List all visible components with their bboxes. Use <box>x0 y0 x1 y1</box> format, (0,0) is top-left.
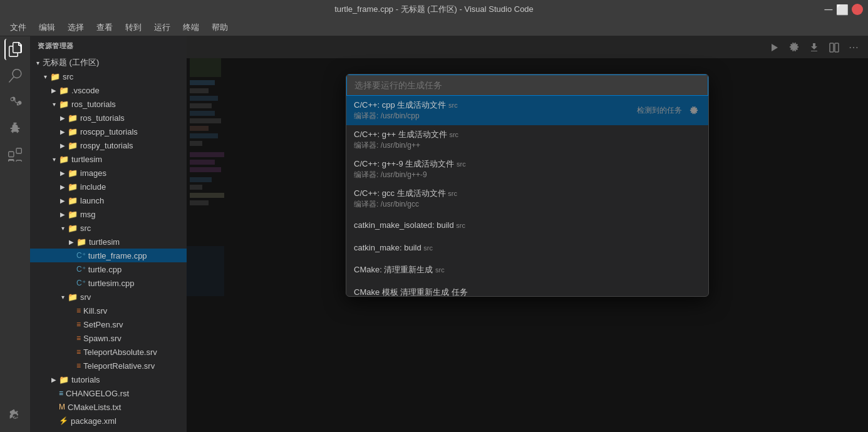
command-title-2: C/C++: g++-9 生成活动文件 src <box>354 158 466 170</box>
tree-label: Spawn.srv <box>83 334 121 343</box>
tree-item-src[interactable]: ▾ 📁 src <box>30 69 187 83</box>
tree-label: tutorials <box>71 375 100 384</box>
tree-item-kill[interactable]: ▶ ≡ Kill.srv <box>30 304 187 317</box>
tree-item-teleport-rel[interactable]: ▶ ≡ TeleportRelative.srv <box>30 359 187 373</box>
folder-icon: 📁 <box>68 210 78 219</box>
tree-label: Kill.srv <box>83 306 107 316</box>
minimize-button[interactable]: ─ <box>824 5 833 14</box>
command-list: C/C++: cpp 生成活动文件 src 编译器: /usr/bin/cpp … <box>346 96 708 296</box>
tree-item-vscode[interactable]: ▶ 📁 .vscode <box>30 83 187 97</box>
titlebar: turtle_frame.cpp - 无标题 (工作区) - Visual St… <box>0 0 868 19</box>
command-title-3: C/C++: gcc 生成活动文件 src <box>354 188 457 199</box>
tree-label: TeleportAbsolute.srv <box>83 347 157 357</box>
tree-arrow: ▶ <box>58 182 68 192</box>
tree-item-turtlesim[interactable]: ▾ 📁 turtlesim <box>30 152 187 166</box>
command-item-0[interactable]: C/C++: cpp 生成活动文件 src 编译器: /usr/bin/cpp … <box>346 96 708 125</box>
command-item-left-3: C/C++: gcc 生成活动文件 src 编译器: /usr/bin/gcc <box>354 188 457 210</box>
command-item-1[interactable]: C/C++: g++ 生成活动文件 src 编译器: /usr/bin/g++ <box>346 125 708 155</box>
command-palette-input[interactable] <box>346 75 708 96</box>
close-button[interactable]: ✕ <box>852 4 863 15</box>
tree-item-setpen[interactable]: ▶ ≡ SetPen.srv <box>30 317 187 331</box>
debug-icon[interactable] <box>4 118 26 139</box>
tree-label: package.xml <box>71 416 116 426</box>
command-sub-3: 编译器: /usr/bin/gcc <box>354 199 457 210</box>
tree-item-cmake[interactable]: ▶ M CMakeLists.txt <box>30 400 187 414</box>
tree-arrow: ▶ <box>58 113 68 123</box>
tree-arrow: ▶ <box>49 374 59 384</box>
tree-item-turtle-cpp[interactable]: ▶ C⁺ turtle.cpp <box>30 262 187 276</box>
menubar-item-帮助[interactable]: 帮助 <box>207 21 233 34</box>
badge-0: 检测到的任务 <box>637 105 682 116</box>
source-control-icon[interactable] <box>4 91 26 113</box>
file-srv-icon: ≡ <box>76 361 81 370</box>
tree-item-package[interactable]: ▶ ⚡ package.xml <box>30 414 187 428</box>
tree-arrow: ▾ <box>58 292 68 302</box>
tree-label: rospy_tutorials <box>80 141 133 150</box>
menubar-item-选择[interactable]: 选择 <box>63 21 89 34</box>
activity-bar <box>0 36 30 432</box>
folder-icon: 📁 <box>76 237 86 247</box>
tree-arrow: ▶ <box>58 126 68 136</box>
command-item-3[interactable]: C/C++: gcc 生成活动文件 src 编译器: /usr/bin/gcc <box>346 184 708 213</box>
command-item-left-6: CMake: 清理重新生成 src <box>354 264 445 275</box>
tree-item-turtle-frame[interactable]: ▶ C⁺ turtle_frame.cpp <box>30 249 187 262</box>
command-sub-2: 编译器: /usr/bin/g++-9 <box>354 170 466 180</box>
explorer-icon[interactable] <box>4 39 26 60</box>
tree-item-workspace[interactable]: ▾ 无标题 (工作区) <box>30 56 187 69</box>
tree-label: CHANGELOG.rst <box>66 389 129 398</box>
search-icon[interactable] <box>4 65 26 86</box>
folder-icon: 📁 <box>59 100 69 109</box>
tree-item-msg[interactable]: ▶ 📁 msg <box>30 207 187 221</box>
command-item-5[interactable]: catkin_make: build src <box>346 236 708 259</box>
menubar-item-运行[interactable]: 运行 <box>149 21 175 34</box>
tree-item-teleport-abs[interactable]: ▶ ≡ TeleportAbsolute.srv <box>30 345 187 359</box>
extensions-icon[interactable] <box>4 144 26 165</box>
sidebar-title: 资源管理器 <box>30 36 187 56</box>
command-title-4: catkin_make_isolated: build src <box>354 220 465 230</box>
tree-label: turtlesim <box>71 155 102 164</box>
tree-label: launch <box>80 196 104 205</box>
editor-area: ⋯ 31 32 33 34 35 36 37 38 39 40 41 42 43… <box>187 36 868 432</box>
tree-item-launch[interactable]: ▶ 📁 launch <box>30 193 187 207</box>
folder-icon: 📁 <box>68 127 78 136</box>
command-title-5: catkin_make: build src <box>354 243 433 252</box>
tree-label: ros_tutorials <box>80 113 125 123</box>
tree-item-srv[interactable]: ▾ 📁 srv <box>30 290 187 304</box>
folder-icon: 📁 <box>50 72 60 81</box>
command-item-2[interactable]: C/C++: g++-9 生成活动文件 src 编译器: /usr/bin/g+… <box>346 155 708 184</box>
tree-item-turtlesim2[interactable]: ▶ 📁 turtlesim <box>30 235 187 249</box>
tree-item-include[interactable]: ▶ 📁 include <box>30 180 187 193</box>
tree-arrow: ▾ <box>58 223 68 233</box>
command-title-1: C/C++: g++ 生成活动文件 src <box>354 129 458 140</box>
tree-item-src2[interactable]: ▾ 📁 src <box>30 221 187 235</box>
tree-arrow: ▶ <box>58 195 68 205</box>
menubar-item-文件[interactable]: 文件 <box>5 21 31 34</box>
command-item-4[interactable]: catkin_make_isolated: build src <box>346 213 708 236</box>
command-item-6[interactable]: CMake: 清理重新生成 src <box>346 259 708 281</box>
tree-item-spawn[interactable]: ▶ ≡ Spawn.srv <box>30 331 187 345</box>
tree-item-ros-tutorials2[interactable]: ▶ 📁 ros_tutorials <box>30 111 187 125</box>
tree-item-rospy[interactable]: ▶ 📁 rospy_tutorials <box>30 138 187 152</box>
tree-item-roscpp[interactable]: ▶ 📁 roscpp_tutorials <box>30 125 187 138</box>
menubar-item-查看[interactable]: 查看 <box>91 21 118 34</box>
file-rst-icon: ≡ <box>59 389 63 398</box>
folder-icon: 📁 <box>59 375 69 384</box>
maximize-button[interactable]: ⬜ <box>838 5 847 14</box>
tree-label: src <box>63 72 73 81</box>
tree-item-tutorials[interactable]: ▶ 📁 tutorials <box>30 373 187 386</box>
command-item-7[interactable]: CMake 模板 清理重新生成 任务 <box>346 281 708 296</box>
tree-label: src <box>80 224 91 233</box>
menubar-item-转到[interactable]: 转到 <box>120 21 147 34</box>
tree-item-turtlesim-cpp[interactable]: ▶ C⁺ turtlesim.cpp <box>30 276 187 290</box>
menubar-item-编辑[interactable]: 编辑 <box>34 21 60 34</box>
tree-arrow: ▶ <box>49 85 59 95</box>
tree-item-ros-tutorials[interactable]: ▾ 📁 ros_tutorials <box>30 97 187 111</box>
menubar-item-终端[interactable]: 终端 <box>178 21 204 34</box>
menubar: 文件编辑选择查看转到运行终端帮助 <box>0 19 868 36</box>
file-srv-icon: ≡ <box>76 347 81 356</box>
gear-button-0[interactable] <box>687 104 701 118</box>
tree-item-changelog[interactable]: ▶ ≡ CHANGELOG.rst <box>30 386 187 400</box>
tree-item-images[interactable]: ▶ 📁 images <box>30 166 187 180</box>
settings-icon[interactable] <box>4 406 26 427</box>
command-item-left-2: C/C++: g++-9 生成活动文件 src 编译器: /usr/bin/g+… <box>354 158 466 180</box>
